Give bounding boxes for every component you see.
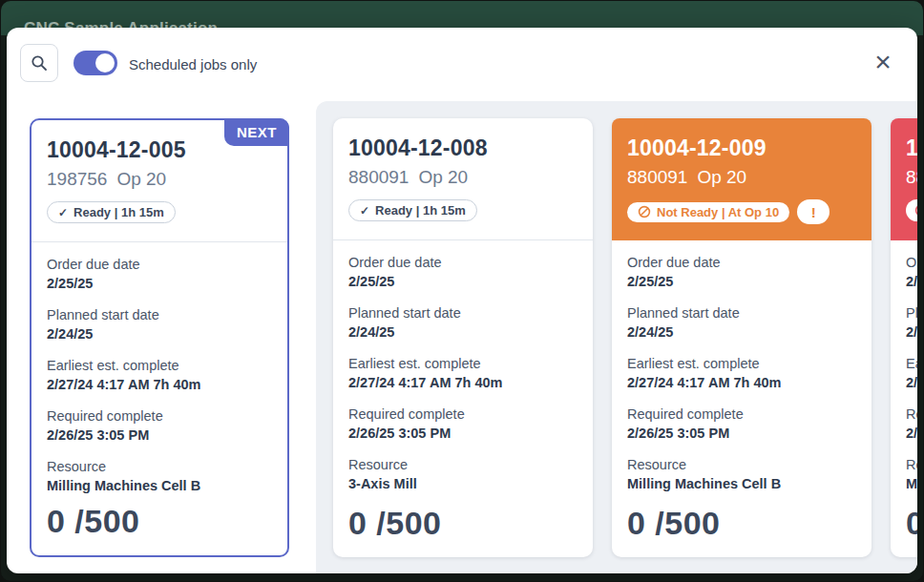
job-card-clipped[interactable]: 10004-12-0 880091 Order due date2/25/25 … (891, 118, 917, 557)
search-icon (31, 54, 48, 72)
search-button[interactable] (20, 44, 58, 82)
check-icon: ✓ (360, 204, 369, 218)
field-label: Order due date (627, 253, 856, 272)
field-value: 2/25/25 (906, 272, 917, 291)
toggle-knob (95, 53, 115, 73)
field-value: 2/26/25 3:05 PM (627, 424, 856, 443)
field-label: Earliest est. complete (348, 354, 578, 373)
field-value: 2/27/24 4:17 AM 7h 40m (47, 375, 272, 394)
close-icon[interactable]: × (870, 49, 896, 75)
card-header: 10004-12-009 880091Op 20 Not Ready | At … (612, 118, 872, 240)
field-value: Milling Machines Cell B (906, 474, 917, 493)
status-text: Ready | 1h 15m (74, 205, 164, 219)
job-number: 10004-12-008 (348, 135, 578, 161)
card-body: Order due date2/25/25 Planned start date… (612, 240, 872, 493)
job-subtitle: 880091Op 20 (348, 167, 578, 188)
field-value: 2/25/25 (627, 272, 856, 291)
order-number: 880091 (348, 167, 409, 187)
window-frame: CNC Sample Application Scheduled jobs on… (1, 1, 923, 581)
status-text: Ready | 1h 15m (375, 203, 466, 218)
field-label: Required complete (627, 405, 856, 424)
field-label: Earliest est. complete (47, 356, 272, 375)
field-earliest-complete: Earliest est. complete2/27/24 4:17 AM 7h… (348, 354, 578, 392)
quantity-progress: 0 /500 (47, 503, 140, 540)
field-label: Required complete (47, 406, 272, 426)
not-ready-icon (638, 205, 651, 218)
card-body: Order due date2/25/25 Planned start date… (333, 240, 593, 493)
field-label: Order due date (47, 255, 272, 274)
card-body: Order due date2/25/25 Planned start date… (32, 242, 287, 495)
job-card-10004-12-009[interactable]: 10004-12-009 880091Op 20 Not Ready | At … (612, 118, 872, 557)
operation: Op 20 (697, 167, 746, 187)
field-label: Earliest est. complete (906, 354, 917, 373)
field-label: Planned start date (47, 305, 272, 324)
field-resource: ResourceMilling Machines Cell B (906, 455, 917, 493)
field-label: Resource (348, 455, 578, 474)
field-planned-start: Planned start date2/24/25 (47, 305, 272, 343)
field-resource: ResourceMilling Machines Cell B (47, 457, 272, 495)
jobs-modal: Scheduled jobs only × NEXT 10004-12-005 … (7, 28, 917, 573)
card-header: 10004-12-0 880091 (891, 118, 917, 240)
status-badge (906, 199, 917, 221)
field-value: 2/24/25 (47, 324, 272, 343)
card-body: Order due date2/25/25 Planned start date… (891, 240, 917, 493)
job-number: 10004-12-005 (47, 137, 272, 163)
field-planned-start: Planned start date2/24/25 (906, 303, 917, 342)
field-label: Planned start date (348, 303, 578, 322)
field-value: 2/27/24 4:17 AM 7h 40m (906, 373, 917, 392)
field-label: Earliest est. complete (627, 354, 856, 373)
field-label: Required complete (348, 405, 578, 424)
field-earliest-complete: Earliest est. complete2/27/24 4:17 AM 7h… (627, 354, 856, 392)
check-icon: ✓ (58, 206, 68, 219)
field-planned-start: Planned start date2/24/25 (348, 303, 578, 342)
field-label: Planned start date (906, 303, 917, 322)
order-number: 880091 (627, 167, 687, 187)
field-value: 2/24/25 (348, 322, 578, 342)
job-card-10004-12-005[interactable]: NEXT 10004-12-005 198756Op 20 ✓Ready | 1… (30, 118, 289, 557)
field-value: 2/26/25 3:05 PM (906, 424, 917, 443)
field-required-complete: Required complete2/26/25 3:05 PM (627, 405, 856, 443)
card-header: 10004-12-005 198756Op 20 ✓Ready | 1h 15m (32, 120, 287, 242)
field-value: 2/25/25 (348, 272, 578, 291)
field-order-due-date: Order due date2/25/25 (47, 255, 272, 293)
field-value: 2/26/25 3:05 PM (47, 426, 272, 445)
field-label: Resource (47, 457, 272, 476)
job-subtitle: 880091Op 20 (627, 167, 856, 188)
field-label: Resource (906, 455, 917, 474)
status-badge: Not Ready | At Op 10 (627, 202, 789, 222)
job-card-10004-12-008[interactable]: 10004-12-008 880091Op 20 ✓Ready | 1h 15m… (333, 118, 593, 557)
job-subtitle: 880091 (906, 167, 917, 188)
job-number: 10004-12-009 (627, 135, 856, 161)
quantity-progress: 0 /500 (348, 505, 442, 542)
field-required-complete: Required complete2/26/25 3:05 PM (348, 405, 578, 443)
operation: Op 20 (116, 169, 166, 189)
operation: Op 20 (418, 167, 468, 187)
field-earliest-complete: Earliest est. complete2/27/24 4:17 AM 7h… (906, 354, 917, 392)
field-value: 2/26/25 3:05 PM (348, 424, 578, 443)
field-order-due-date: Order due date2/25/25 (348, 253, 578, 291)
field-value: Milling Machines Cell B (47, 476, 272, 495)
field-order-due-date: Order due date2/25/25 (627, 253, 856, 291)
field-value: 2/27/24 4:17 AM 7h 40m (348, 373, 578, 392)
field-earliest-complete: Earliest est. complete2/27/24 4:17 AM 7h… (47, 356, 272, 394)
status-text: Not Ready | At Op 10 (657, 205, 779, 219)
field-label: Planned start date (627, 303, 856, 322)
field-planned-start: Planned start date2/24/25 (627, 303, 856, 342)
field-value: 2/27/24 4:17 AM 7h 40m (627, 373, 856, 392)
job-number: 10004-12-0 (906, 135, 917, 161)
order-number: 880091 (906, 167, 917, 187)
field-order-due-date: Order due date2/25/25 (906, 253, 917, 291)
quantity-progress: 0 /500 (627, 505, 721, 542)
card-header: 10004-12-008 880091Op 20 ✓Ready | 1h 15m (333, 118, 593, 240)
field-required-complete: Required complete2/26/25 3:05 PM (47, 406, 272, 445)
field-value: 2/25/25 (47, 274, 272, 293)
field-resource: ResourceMilling Machines Cell B (627, 455, 856, 493)
field-resource: Resource3-Axis Mill (348, 455, 578, 493)
field-label: Order due date (348, 253, 578, 272)
status-badge: ✓Ready | 1h 15m (348, 199, 477, 221)
order-number: 198756 (47, 169, 107, 189)
field-required-complete: Required complete2/26/25 3:05 PM (906, 405, 917, 443)
field-label: Resource (627, 455, 856, 474)
scheduled-jobs-toggle[interactable] (74, 51, 117, 75)
field-label: Order due date (906, 253, 917, 272)
